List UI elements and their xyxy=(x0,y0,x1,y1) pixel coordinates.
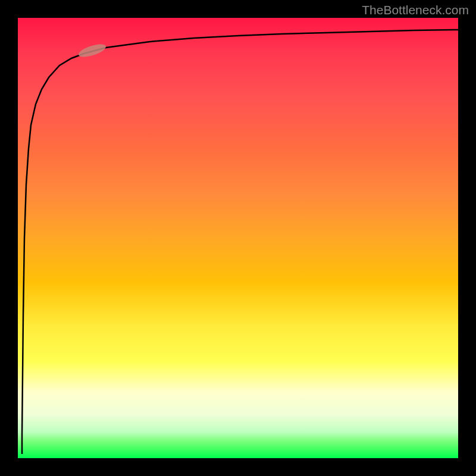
watermark-text: TheBottleneck.com xyxy=(362,3,469,17)
chart-area xyxy=(18,18,458,458)
gradient-background xyxy=(18,18,458,458)
